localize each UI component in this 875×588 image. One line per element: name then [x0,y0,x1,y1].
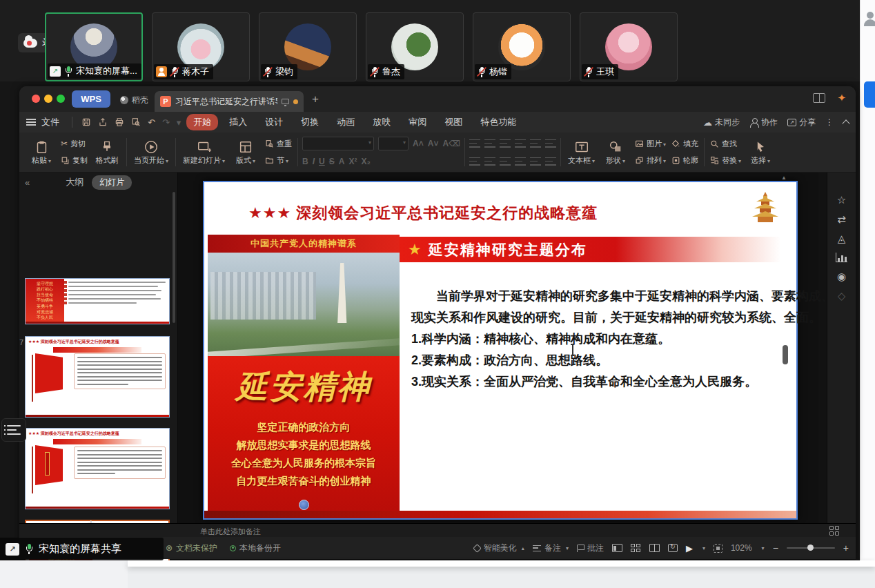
panel-scrollbar[interactable] [173,192,175,323]
notes-button[interactable]: 备注▾ [533,542,569,554]
font-size-combo[interactable] [378,137,409,150]
switch-slides-icon[interactable]: ⇄ [837,214,846,224]
slideshow-play-icon[interactable]: ▶ [686,543,693,553]
slide-body-text[interactable]: 当前学界对于延安精神的研究多集中于延安精神的科学内涵、要素构成、现实关系和作风建… [411,286,795,393]
tab-slides[interactable]: 幻灯片 [92,175,132,190]
zoom-out-button[interactable]: − [773,542,778,553]
wps-home-tab[interactable]: WPS [72,90,110,108]
replace-button[interactable]: 替换▾ [709,155,743,166]
strikethrough-icon[interactable]: S [329,157,335,166]
menu-tab-3[interactable]: 设计 [258,114,290,130]
align-icon[interactable] [469,139,480,148]
underline-icon[interactable]: U [319,157,325,166]
handoff-icon[interactable] [668,544,678,552]
play-caret-icon[interactable]: ▾ [702,545,705,551]
participant-tile[interactable]: 王琪 [580,12,678,81]
participant-tile[interactable]: 梁钧 [259,12,357,81]
toolbar-caret-icon[interactable]: ▾ [177,117,181,128]
align-icon[interactable] [545,139,556,148]
clear-format-icon[interactable]: A⌫ [442,139,460,148]
bold-icon[interactable]: B [302,157,308,166]
participant-tile[interactable]: 鲁杰 [366,12,464,81]
comment-button[interactable]: 批注 [577,542,604,554]
slide-canvas[interactable]: ★★★ 深刻领会习近平总书记延安之行的战略意蕴 中国共产党人的精神谱系 [203,181,798,520]
format-painter-button[interactable]: 格式刷 [92,135,122,169]
split-view-icon[interactable] [813,93,825,103]
cut-button[interactable]: ✂剪切 [59,139,89,149]
share-button[interactable]: ↗分享 [787,117,816,128]
normal-view-icon[interactable] [612,544,622,552]
align-icon[interactable] [530,157,541,166]
grid-view-icon[interactable] [829,526,840,536]
menu-tab-4[interactable]: 切换 [294,114,326,130]
play-current-button[interactable]: 当页开始▾ [131,135,171,169]
menu-tab-8[interactable]: 视图 [438,114,469,130]
wps-assistant-icon[interactable]: ✦ [837,92,846,104]
align-icon[interactable] [500,139,511,148]
font-color-icon[interactable]: A [339,157,345,166]
sync-status[interactable]: ☁未同步 [703,117,740,128]
blue-side-tab[interactable] [864,81,875,108]
check-duplicate-button[interactable]: 查重 [264,139,293,149]
menu-tab-7[interactable]: 审阅 [402,114,433,130]
slide-thumbnail-7[interactable]: ★★★ 深刻领会习近平总书记延安之行的战略意蕴 [25,336,170,418]
export-icon[interactable] [98,117,108,127]
align-icon[interactable] [530,139,541,148]
more-menu-icon[interactable]: ⋮ [825,117,834,127]
doc-protect-status[interactable]: ⊗文档未保护 [166,542,217,554]
screen-share-overlay[interactable]: ↗ 宋知寰的屏幕共享 [0,538,164,560]
arrange-button[interactable]: 排列▾ [633,155,667,166]
participant-tile[interactable]: 蒋木子 [152,12,250,81]
hamburger-icon[interactable] [26,119,36,126]
font-name-combo[interactable] [302,137,374,150]
outline-button[interactable]: 轮廓 [670,155,700,166]
align-icon[interactable] [469,157,480,166]
copy-button[interactable]: 复制 [59,155,89,166]
shapes-button[interactable]: 形状▾ [600,135,631,169]
collaborate-button[interactable]: 协作 [749,117,778,128]
maximize-button[interactable] [57,95,65,103]
menu-tab-9[interactable]: 特色功能 [473,114,523,130]
notes-placeholder[interactable]: 单击此处添加备注 [200,527,261,537]
align-icon[interactable] [515,139,526,148]
find-button[interactable]: 查找 [709,139,743,149]
new-tab-button[interactable]: + [312,92,319,106]
undo-icon[interactable]: ↶ [148,117,155,128]
select-button[interactable]: 选择▾ [745,135,776,169]
document-tab[interactable]: P 习近平总书记延安之行讲话导读 [155,91,304,112]
menu-tab-6[interactable]: 放映 [366,114,397,130]
fill-button[interactable]: 填充 [670,139,700,149]
menu-tab-1[interactable]: 开始 [186,114,218,130]
collapse-ribbon-icon[interactable] [842,119,849,127]
animation-icon[interactable]: ◬ [838,233,846,244]
slide-nav-float-button[interactable] [1,418,26,442]
section-button[interactable]: 节▾ [264,155,293,166]
backup-status[interactable]: 本地备份开 [230,542,281,554]
subscript-icon[interactable]: X₂ [361,157,370,166]
resource-icon[interactable]: ◉ [837,271,846,282]
textbox-button[interactable]: 文本框▾ [565,135,598,169]
save-icon[interactable] [81,117,91,127]
menu-tab-5[interactable]: 动画 [330,114,362,130]
paste-button[interactable]: 粘贴▾ [26,135,57,169]
align-icon[interactable] [484,139,495,148]
slide-thumbnail-6[interactable]: 坚守理想践行初心担当使命不怕牺牲英勇斗争对党忠诚不负人民 [25,278,170,324]
slide-thumbnail-8[interactable]: ★★★ 深刻领会习近平总书记延安之行的战略意蕴 [25,428,170,509]
superscript-icon[interactable]: X² [348,157,357,166]
print-icon[interactable] [115,117,124,127]
redo-icon[interactable]: ↷ [162,117,170,128]
tab-outline[interactable]: 大纲 [66,176,83,188]
docer-tab[interactable]: 稻壳 [115,92,154,108]
align-icon[interactable] [484,157,495,166]
align-icon[interactable] [545,157,556,166]
favorites-star-icon[interactable]: ☆ [837,195,846,205]
scroll-up-icon[interactable]: ▲ [781,175,787,181]
participant-tile[interactable]: 杨锴 [473,12,571,81]
zoom-caret-icon[interactable]: ▾ [762,545,765,551]
plugin-icon[interactable]: ◇ [838,291,846,301]
new-slide-button[interactable]: 新建幻灯片▾ [180,135,228,169]
align-icon[interactable] [515,157,526,166]
collapse-panel-icon[interactable]: « [25,177,30,188]
main-scrollbar[interactable] [783,345,788,364]
sorter-view-icon[interactable] [631,544,641,552]
